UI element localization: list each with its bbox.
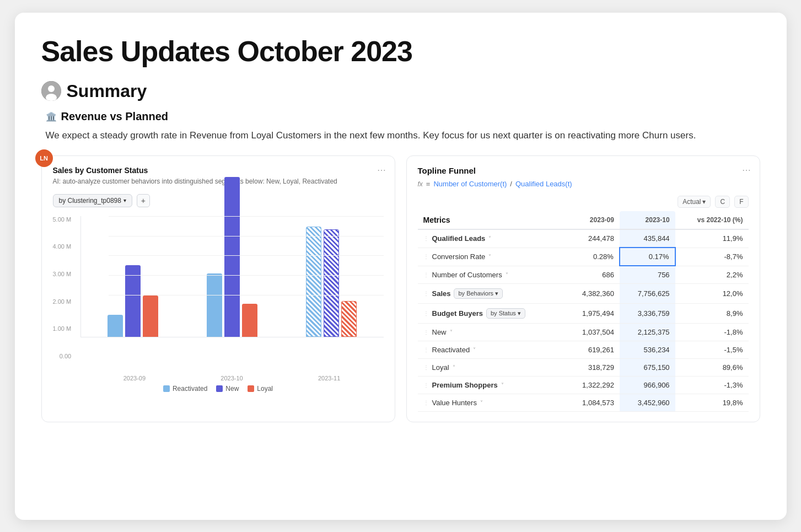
subsection-header: 🏛️ Revenue vs Planned <box>46 110 760 123</box>
val-2023-09: 318,729 <box>564 359 620 377</box>
metric-name-cell: ⋮Qualified Leads˅ <box>418 230 565 247</box>
bars-container <box>80 216 384 337</box>
val-2023-09: 1,322,292 <box>564 377 620 394</box>
table-row: ⋮New˅1,037,5042,125,375-1,8% <box>418 324 749 341</box>
metric-name-cell: ⋮Salesby Behaviors ▾ <box>418 284 565 303</box>
metric-name-cell: ⋮Value Hunters˅ <box>418 394 565 411</box>
metric-name-cell: ⋮Premium Shoppers˅ <box>418 377 565 394</box>
bar-sep-reactivated <box>107 315 123 337</box>
actual-label: Actual <box>682 198 701 206</box>
val-2023-09: 619,261 <box>564 341 620 359</box>
val-2023-09: 1,975,494 <box>564 304 620 324</box>
legend-new: New <box>216 385 239 393</box>
val-2023-09: 1,084,573 <box>564 394 620 412</box>
drag-handle[interactable]: ⋮ <box>423 235 429 241</box>
chevron-icon[interactable]: ˅ <box>480 400 483 406</box>
y-axis: 5.00 M 4.00 M 3.00 M 2.00 M 1.00 M 0.00 <box>53 216 76 359</box>
metric-name-label: Loyal <box>432 363 449 372</box>
metric-badge[interactable]: by Behaviors ▾ <box>454 288 503 299</box>
drag-handle[interactable]: ⋮ <box>423 347 429 353</box>
metric-name-label: Sales <box>432 289 451 298</box>
bar-group-sep <box>87 265 179 337</box>
metric-badge[interactable]: by Status ▾ <box>486 308 525 319</box>
section-header: Summary <box>41 81 760 101</box>
x-label-sep: 2023-09 <box>123 375 146 381</box>
f-control-button[interactable]: F <box>734 196 748 208</box>
legend-label-reactivated: Reactivated <box>173 385 207 393</box>
avatar <box>41 81 61 101</box>
fx-label: fx <box>418 180 423 188</box>
val-2023-09: 0.28% <box>564 248 620 266</box>
table-row: ⋮Salesby Behaviors ▾4,382,3607,756,62512… <box>418 284 749 304</box>
metric-name-cell: ⋮Conversion Rate˅ <box>418 248 565 265</box>
x-label-nov: 2023-11 <box>318 375 340 381</box>
f-label: F <box>739 198 743 206</box>
chevron-icon[interactable]: ˅ <box>488 254 491 260</box>
svg-point-1 <box>48 85 55 92</box>
val-2023-10: 435,844 <box>620 229 675 248</box>
bar-oct-loyal <box>242 304 257 337</box>
y-label-3m: 3.00 M <box>53 271 72 277</box>
bar-oct-new <box>224 177 240 337</box>
drag-handle[interactable]: ⋮ <box>423 400 429 406</box>
val-vs: 89,6% <box>675 359 749 377</box>
chevron-icon[interactable]: ˅ <box>488 235 491 241</box>
right-table-card: ⋯ Topline Funnel fx = Number of Customer… <box>406 155 760 422</box>
metric-name-label: Reactivated <box>432 346 470 354</box>
chevron-icon[interactable]: ˅ <box>501 382 504 388</box>
chart-legend: Reactivated New Loyal <box>53 385 384 393</box>
bar-nov-reactivated <box>306 227 321 337</box>
metric-name-label: Qualified Leads <box>432 234 486 243</box>
col-header-metrics: Metrics <box>418 211 565 229</box>
col-header-vs: vs 2022-10 (%) <box>675 211 749 229</box>
y-label-1m: 1.00 M <box>53 325 72 332</box>
val-2023-10: 3,452,960 <box>620 394 675 412</box>
val-2023-10: 966,906 <box>620 377 675 394</box>
table-controls: Actual ▾ C F <box>418 196 749 208</box>
chevron-icon[interactable]: ˅ <box>473 347 476 353</box>
chevron-icon[interactable]: ˅ <box>453 364 455 370</box>
left-chart-card: LN ⋯ Sales by Customer Status AI: auto-a… <box>41 155 395 422</box>
metric-name-label: Premium Shoppers <box>432 381 498 389</box>
bar-group-nov <box>285 227 378 337</box>
legend-dot-new <box>216 385 223 392</box>
val-vs: 11,9% <box>675 229 749 248</box>
val-2023-09: 686 <box>564 266 620 284</box>
section-title: Summary <box>67 81 147 101</box>
drag-handle[interactable]: ⋮ <box>423 364 429 370</box>
val-2023-10: 7,756,625 <box>620 284 675 304</box>
chevron-icon[interactable]: ˅ <box>450 329 453 335</box>
c-control-button[interactable]: C <box>715 196 730 208</box>
val-2023-10: 756 <box>620 266 675 284</box>
bar-nov-loyal <box>341 301 357 337</box>
formula-divider: / <box>510 180 512 188</box>
bar-sep-new <box>125 265 141 337</box>
drag-handle[interactable]: ⋮ <box>423 329 429 335</box>
actual-control-button[interactable]: Actual ▾ <box>678 196 711 208</box>
formula-link-1[interactable]: Number of Customer(t) <box>433 180 507 188</box>
drag-handle[interactable]: ⋮ <box>423 254 429 260</box>
more-menu-button[interactable]: ⋯ <box>377 165 386 175</box>
drag-handle[interactable]: ⋮ <box>423 310 429 316</box>
drag-handle[interactable]: ⋮ <box>423 382 429 388</box>
bar-chart-area: 5.00 M 4.00 M 3.00 M 2.00 M 1.00 M 0.00 <box>53 216 384 381</box>
val-2023-10: 2,125,375 <box>620 324 675 341</box>
drag-handle[interactable]: ⋮ <box>423 272 429 278</box>
formula-link-2[interactable]: Qualified Leads(t) <box>515 180 572 188</box>
bar-nov-new <box>324 229 339 337</box>
legend-dot-reactivated <box>163 385 170 392</box>
c-label: C <box>720 198 725 206</box>
table-more-menu-button[interactable]: ⋯ <box>742 165 751 175</box>
formula-eq: = <box>426 180 431 188</box>
filter-badge[interactable]: by Clustering_tp0898 ▾ <box>53 194 132 207</box>
page-title: Sales Updates October 2023 <box>41 35 760 68</box>
legend-reactivated: Reactivated <box>163 385 207 393</box>
add-filter-button[interactable]: + <box>137 194 150 207</box>
val-2023-10: 3,336,759 <box>620 304 675 324</box>
y-label-0: 0.00 <box>60 353 71 359</box>
drag-handle[interactable]: ⋮ <box>423 291 429 297</box>
metric-name-cell: ⋮Reactivated˅ <box>418 341 565 358</box>
chevron-down-icon: ▾ <box>123 197 126 203</box>
chevron-icon[interactable]: ˅ <box>506 272 508 278</box>
table-row: ⋮Value Hunters˅1,084,5733,452,96019,8% <box>418 394 749 412</box>
